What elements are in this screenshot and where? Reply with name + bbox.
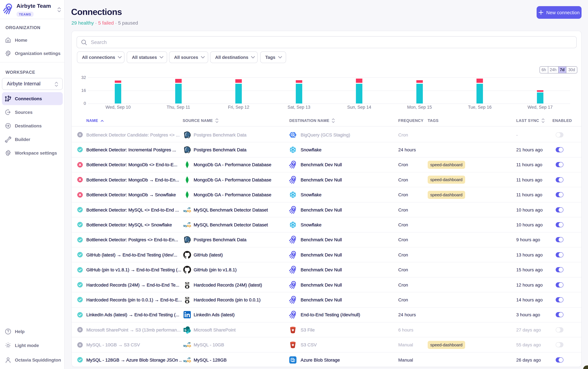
svg-text:..: .. xyxy=(190,210,191,212)
svg-text:..: .. xyxy=(190,226,191,227)
svg-text:My: My xyxy=(183,225,187,227)
svg-text:My: My xyxy=(183,345,187,347)
svg-text:..: .. xyxy=(190,360,191,362)
svg-text:My: My xyxy=(183,360,187,362)
svg-text:My: My xyxy=(183,210,187,212)
svg-text:S: S xyxy=(184,328,187,332)
svg-text:..: .. xyxy=(190,345,191,347)
